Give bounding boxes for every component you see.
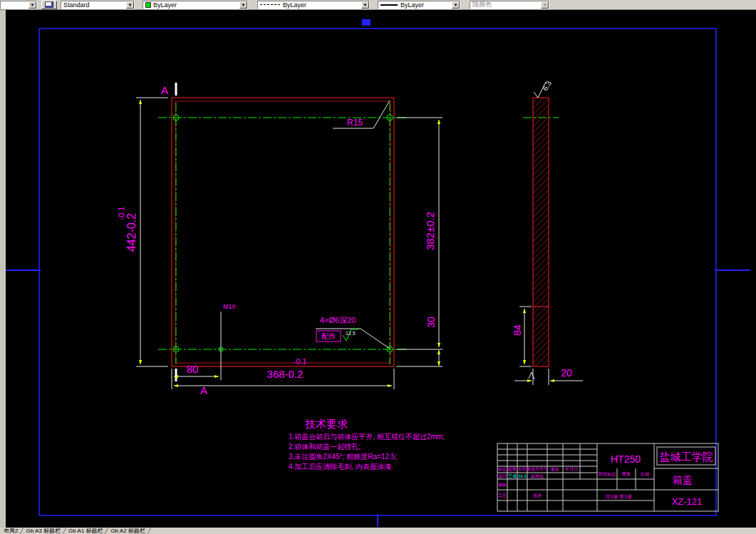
standard-label: 标准化 <box>530 474 544 479</box>
material-text[interactable]: HT250 <box>611 453 641 465</box>
layout-tab[interactable]: Gb A2 标题栏 <box>107 528 148 534</box>
dropdown-arrow-icon: ▼ <box>29 1 36 9</box>
lineweight-combo[interactable]: ByLayer ▼ <box>378 1 460 9</box>
dim-30-text[interactable]: 30 <box>425 317 437 328</box>
col-header-docno: 更改文件号 <box>527 466 548 471</box>
tech-requirements[interactable]: 技术要求 1.箱盖合箱后与箱体应平齐, 相互错位不超过2mm; 2.箱体和箱盖一… <box>289 418 445 471</box>
part-name-text[interactable]: 箱盖 <box>673 474 693 486</box>
scale-label: 比例 <box>641 472 649 477</box>
tech-title[interactable]: 技术要求 <box>305 418 348 430</box>
sheet-info: 共1张 第1张 <box>605 494 632 500</box>
plotstyle-value: 随颜色 <box>472 1 492 9</box>
dim-442-text[interactable]: 442-0.2 <box>125 213 138 252</box>
linetype-value: ByLayer <box>283 1 306 9</box>
dropdown-arrow-icon: ▼ <box>239 1 247 9</box>
dropdown-arrow-icon: ▼ <box>452 1 460 9</box>
drawing-area[interactable]: A A R15 442-0.2 -0.1 382±0.2 30 80 368 <box>0 10 756 528</box>
color-combo[interactable]: ByLayer ▼ <box>143 1 248 9</box>
thread-note[interactable]: M10 <box>223 303 236 310</box>
dim-368-tolerance[interactable]: -0.1 <box>294 357 307 366</box>
dim-442[interactable]: 442-0.2 -0.1 <box>117 98 168 366</box>
drawing-number-text[interactable]: XZ-121 <box>672 496 703 507</box>
layout-tab[interactable]: Gb A1 标题栏 <box>65 528 106 534</box>
style-tool-icon <box>45 1 53 8</box>
partial-combo[interactable]: ▼ <box>0 1 37 9</box>
designer-name: 三成 <box>508 474 517 478</box>
hole-callout[interactable]: 4×Ø6深20 配作 12.5 <box>316 316 390 349</box>
tech-line-2[interactable]: 2.箱体和箱盖一起镗孔; <box>289 443 361 451</box>
dropdown-arrow-icon: ▼ <box>126 1 134 9</box>
design-label: 设计 <box>498 473 507 478</box>
linetype-sample-icon <box>260 4 280 5</box>
dim-382[interactable]: 382±0.2 <box>396 118 442 349</box>
plotstyle-combo: 随颜色 ▼ <box>470 1 549 9</box>
tech-line-3[interactable]: 3.未注圆角2X45°; 粗糙度Ra=12.5; <box>289 453 397 461</box>
layout-tab-bar: 布局2 Gb A3 标题栏 Gb A1 标题栏 Gb A2 标题栏 <box>0 528 756 534</box>
col-header-count: 处数 <box>507 466 517 472</box>
thread-callout[interactable]: M10 <box>219 303 236 351</box>
hole-roughness[interactable]: 12.5 <box>346 331 356 336</box>
left-edge-strip <box>0 10 6 528</box>
paper-frame[interactable] <box>6 19 750 527</box>
dim-382-text[interactable]: 382±0.2 <box>424 212 436 250</box>
lineweight-sample-icon <box>380 4 398 6</box>
viewport-grip[interactable] <box>362 19 371 26</box>
dropdown-arrow-icon: ▼ <box>541 1 549 9</box>
layout-tab[interactable]: 布局2 <box>0 528 21 534</box>
top-toolbar: ▼ Standard ▼ ByLayer ▼ ByLayer ▼ ByLayer… <box>0 0 756 10</box>
layout-tab[interactable]: Gb A3 标题栏 <box>22 528 63 534</box>
fit-note[interactable]: 配作 <box>321 332 336 340</box>
surface-roughness-callout[interactable]: 6.3 <box>534 79 553 98</box>
text-style-value: Standard <box>63 1 90 9</box>
drawing-viewport[interactable]: A A R15 442-0.2 -0.1 382±0.2 30 80 368 <box>0 10 756 528</box>
section-label-top[interactable]: A <box>161 84 168 96</box>
stage-label: 阶段标记 <box>599 471 616 477</box>
radius-note[interactable]: R15 <box>347 118 363 128</box>
school-text[interactable]: 盐城工学院 <box>660 451 713 463</box>
col-header-sign: 签名 <box>551 467 559 472</box>
color-value: ByLayer <box>153 1 177 9</box>
lineweight-value: ByLayer <box>400 1 424 9</box>
bylayer-color-swatch <box>145 2 151 8</box>
dim-442-tolerance[interactable]: -0.1 <box>117 207 125 220</box>
roughness-value[interactable]: 6.3 <box>541 79 553 92</box>
weight-label: 重量 <box>621 471 631 476</box>
radius-callout[interactable]: R15 <box>333 101 390 128</box>
hole-note[interactable]: 4×Ø6深20 <box>320 316 356 324</box>
dim-80-text[interactable]: 80 <box>187 363 199 375</box>
design-date: 03.6 <box>518 474 527 478</box>
dim-20-text[interactable]: 20 <box>561 367 572 379</box>
dropdown-arrow-icon: ▼ <box>361 1 369 9</box>
col-header-mark: 标记 <box>497 466 507 472</box>
dim-84-text[interactable]: 84 <box>512 324 523 336</box>
dim-30[interactable]: 30 <box>396 317 442 366</box>
process-label: 工艺 <box>498 493 507 498</box>
text-style-combo[interactable]: Standard ▼ <box>61 1 135 9</box>
dim-20[interactable]: 20 <box>514 367 583 385</box>
linetype-combo[interactable]: ByLayer ▼ <box>257 1 370 9</box>
col-header-zone: 分区 <box>518 466 527 471</box>
main-view[interactable] <box>158 98 406 366</box>
tech-line-1[interactable]: 1.箱盖合箱后与箱体应平齐, 相互错位不超过2mm; <box>289 433 445 441</box>
side-view[interactable] <box>523 98 559 366</box>
title-block[interactable]: HT250 盐城工学院 箱盖 XZ-121 标记 处数 分区 更改文件号 签名 … <box>497 443 718 511</box>
section-label-bottom[interactable]: A <box>200 384 207 396</box>
check-label: 审核 <box>498 482 507 487</box>
dim-80[interactable]: 80 <box>172 312 221 389</box>
tech-line-4[interactable]: 4.加工后应清除毛刺, 内表面涂漆. <box>289 463 393 471</box>
style-tool-button[interactable] <box>41 1 57 9</box>
dim-84[interactable]: 84 <box>512 307 532 366</box>
approve-label: 批准 <box>533 493 542 498</box>
col-header-date: 年月日 <box>565 467 578 472</box>
dim-368-text[interactable]: 368-0.2 <box>267 368 304 380</box>
